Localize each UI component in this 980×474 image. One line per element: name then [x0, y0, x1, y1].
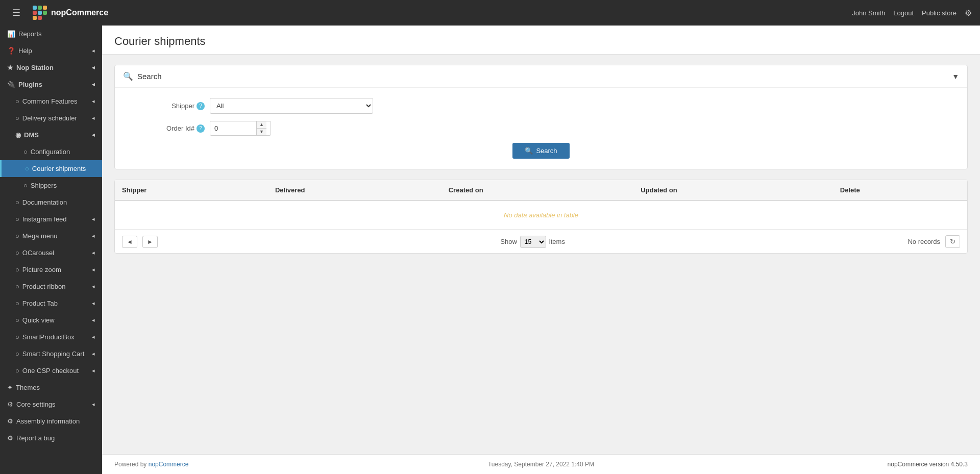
- logo-dot-7: [33, 16, 37, 20]
- sidebar-item-picture-zoom[interactable]: ○Picture zoom◂: [0, 261, 102, 278]
- sidebar-item-label-product-ribbon: Product ribbon: [22, 283, 66, 290]
- content-area: Courier shipments 🔍 Search ▼ Shipper ? A: [102, 26, 980, 474]
- quick-view-icon: ○: [15, 316, 19, 324]
- configuration-icon: ○: [23, 148, 28, 156]
- sidebar-item-nop-station[interactable]: ★Nop Station◂: [0, 59, 102, 76]
- nop-station-chevron-icon: ◂: [92, 64, 95, 71]
- sidebar-item-themes[interactable]: ✦Themes: [0, 379, 102, 396]
- sidebar-item-help[interactable]: ❓Help◂: [0, 42, 102, 59]
- col-header-updated-on: Updated on: [633, 180, 833, 201]
- data-table: ShipperDeliveredCreated onUpdated onDele…: [115, 180, 967, 230]
- search-btn-label: Search: [536, 147, 557, 155]
- logout-link[interactable]: Logout: [893, 9, 914, 17]
- page-header: Courier shipments: [102, 26, 980, 55]
- sidebar-item-product-tab[interactable]: ○Product Tab◂: [0, 295, 102, 312]
- sidebar-item-label-common-features: Common Features: [22, 97, 78, 105]
- no-data-cell: No data available in table: [115, 201, 967, 230]
- items-per-page-select[interactable]: 152550100: [520, 236, 546, 248]
- show-items-area: Show 152550100 items: [500, 236, 565, 248]
- main-layout: 📊Reports❓Help◂★Nop Station◂🔌Plugins◂○Com…: [0, 26, 980, 474]
- orderid-input[interactable]: [210, 121, 256, 135]
- search-panel-title: Search: [137, 72, 948, 81]
- sidebar-item-label-plugins: Plugins: [18, 81, 42, 88]
- sidebar-item-reports[interactable]: 📊Reports: [0, 26, 102, 42]
- sidebar-item-label-mega-menu: Mega menu: [22, 232, 58, 240]
- settings-button[interactable]: ⚙: [965, 8, 972, 18]
- product-ribbon-chevron-icon: ◂: [92, 283, 95, 290]
- documentation-icon: ○: [15, 198, 19, 206]
- picture-zoom-chevron-icon: ◂: [92, 266, 95, 273]
- footer-version: nopCommerce version 4.50.3: [683, 461, 968, 468]
- sidebar-item-smart-shopping-cart[interactable]: ○Smart Shopping Cart◂: [0, 345, 102, 362]
- sidebar-item-label-nop-station: Nop Station: [16, 64, 54, 71]
- sidebar-item-label-quick-view: Quick view: [22, 316, 55, 324]
- brand-logo: [33, 6, 47, 20]
- orderid-label: Order Id# ?: [123, 124, 205, 133]
- sidebar-item-shippers[interactable]: ○Shippers: [0, 177, 102, 194]
- nop-station-icon: ★: [7, 64, 13, 71]
- sidebar-item-configuration[interactable]: ○Configuration: [0, 143, 102, 160]
- sidebar-item-smartproductbox[interactable]: ○SmartProductBox◂: [0, 329, 102, 345]
- sidebar-item-label-assembly-information: Assembly information: [16, 417, 80, 425]
- sidebar-item-dms[interactable]: ◉DMS◂: [0, 127, 102, 143]
- sidebar-item-courier-shipments[interactable]: ○Courier shipments: [0, 160, 102, 177]
- mega-menu-icon: ○: [15, 232, 19, 240]
- logo-dot-5: [38, 11, 42, 15]
- brand-name: nopCommerce: [51, 8, 108, 17]
- dms-chevron-icon: ◂: [92, 132, 95, 138]
- sidebar-item-core-settings[interactable]: ⚙Core settings◂: [0, 396, 102, 413]
- next-page-button[interactable]: ►: [142, 236, 158, 248]
- sidebar-item-label-help: Help: [18, 47, 32, 55]
- hamburger-button[interactable]: ☰: [8, 3, 24, 22]
- search-button[interactable]: 🔍 Search: [512, 143, 569, 159]
- sidebar-item-quick-view[interactable]: ○Quick view◂: [0, 312, 102, 329]
- sidebar-item-report-a-bug[interactable]: ⚙Report a bug: [0, 430, 102, 446]
- footer-powered-by: Powered by nopCommerce: [114, 461, 399, 468]
- sidebar-item-label-core-settings: Core settings: [16, 401, 56, 408]
- sidebar-item-documentation[interactable]: ○Documentation: [0, 194, 102, 211]
- sidebar-item-common-features[interactable]: ○Common Features◂: [0, 93, 102, 110]
- search-panel-header[interactable]: 🔍 Search ▼: [115, 65, 967, 88]
- sidebar-item-label-smartproductbox: SmartProductBox: [22, 333, 75, 341]
- product-tab-icon: ○: [15, 300, 19, 307]
- col-header-created-on: Created on: [442, 180, 634, 201]
- sidebar-item-mega-menu[interactable]: ○Mega menu◂: [0, 228, 102, 244]
- search-panel-body: Shipper ? All Order Id# ?: [115, 88, 967, 169]
- product-tab-chevron-icon: ◂: [92, 300, 95, 307]
- shipper-help-icon[interactable]: ?: [197, 102, 205, 110]
- prev-page-button[interactable]: ◄: [122, 236, 137, 248]
- common-features-chevron-icon: ◂: [92, 98, 95, 105]
- logo-dot-4: [33, 11, 37, 15]
- picture-zoom-icon: ○: [15, 266, 19, 273]
- delivery-scheduler-icon: ○: [15, 114, 19, 122]
- core-settings-icon: ⚙: [7, 401, 13, 408]
- sidebar-item-plugins[interactable]: 🔌Plugins◂: [0, 76, 102, 93]
- sidebar-item-label-themes: Themes: [16, 384, 40, 391]
- sidebar-item-label-picture-zoom: Picture zoom: [22, 266, 61, 273]
- shipper-form-row: Shipper ? All: [123, 98, 959, 114]
- sidebar-item-assembly-information[interactable]: ⚙Assembly information: [0, 413, 102, 430]
- quick-view-chevron-icon: ◂: [92, 317, 95, 323]
- orderid-spin-up[interactable]: ▲: [257, 121, 266, 129]
- sidebar-item-label-delivery-scheduler: Delivery scheduler: [22, 114, 77, 122]
- sidebar-item-label-dms: DMS: [24, 131, 39, 139]
- table-footer: ◄ ► Show 152550100 items No records ↻: [115, 230, 967, 253]
- plugins-icon: 🔌: [7, 81, 15, 88]
- sidebar-item-delivery-scheduler[interactable]: ○Delivery scheduler◂: [0, 110, 102, 127]
- orderid-help-icon[interactable]: ?: [197, 124, 205, 133]
- sidebar-item-product-ribbon[interactable]: ○Product ribbon◂: [0, 278, 102, 295]
- shipper-select[interactable]: All: [210, 98, 373, 114]
- sidebar-item-ocarousel[interactable]: ○OCarousel◂: [0, 244, 102, 261]
- sidebar-item-instagram-feed[interactable]: ○Instagram feed◂: [0, 211, 102, 228]
- top-nav-right: John Smith Logout Public store ⚙: [852, 8, 972, 18]
- chevron-down-icon: ▼: [952, 72, 959, 81]
- refresh-button[interactable]: ↻: [945, 235, 960, 248]
- sidebar-item-one-csp-checkout[interactable]: ○One CSP checkout◂: [0, 362, 102, 379]
- sidebar-item-label-shippers: Shippers: [31, 182, 57, 189]
- search-btn-row: 🔍 Search: [123, 143, 959, 159]
- public-store-link[interactable]: Public store: [922, 9, 957, 17]
- logo-dot-2: [38, 6, 42, 10]
- orderid-spin-down[interactable]: ▼: [257, 129, 266, 136]
- logo-dot-1: [33, 6, 37, 10]
- nopcommerce-link[interactable]: nopCommerce: [149, 461, 189, 468]
